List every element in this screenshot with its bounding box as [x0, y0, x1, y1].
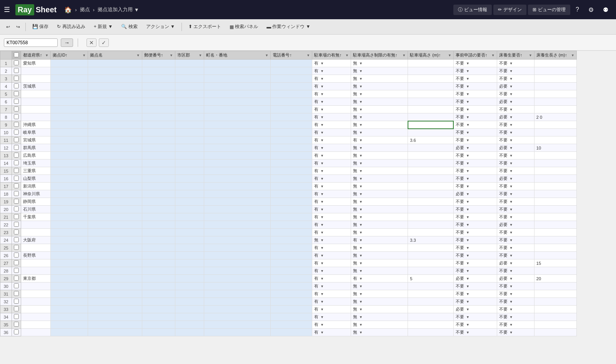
cell-prereq[interactable]: 不要 ▼: [453, 160, 497, 167]
cell-parking-height-limit[interactable]: 無 ▼: [351, 121, 408, 129]
row-checkbox[interactable]: [14, 114, 19, 119]
cell-prereq[interactable]: 不要 ▼: [453, 236, 497, 244]
cell-parking-height-limit[interactable]: 無 ▼: [351, 175, 408, 183]
cell-parking-height-val[interactable]: [408, 167, 454, 175]
cell-addr[interactable]: [204, 190, 271, 198]
cell-zip[interactable]: [142, 329, 175, 336]
cell-nursinglen[interactable]: [534, 98, 576, 106]
cell-prereq[interactable]: 不要 ▼: [453, 113, 497, 121]
row-checkbox-cell[interactable]: [12, 298, 21, 306]
cell-nursingreq[interactable]: 必要 ▼: [497, 144, 534, 152]
cell-nursinglen[interactable]: [534, 75, 576, 83]
cell-addr[interactable]: [204, 113, 271, 121]
cell-tel[interactable]: [271, 121, 312, 129]
row-checkbox-cell[interactable]: [12, 175, 21, 183]
cell-parking[interactable]: 有 ▼: [312, 175, 351, 183]
cell-prereq[interactable]: 不要 ▼: [453, 90, 497, 98]
cell-parking-height-limit[interactable]: 無 ▼: [351, 60, 408, 67]
cell-parking-height-val[interactable]: 5: [408, 275, 454, 283]
cell-parking[interactable]: 有 ▼: [312, 136, 351, 144]
cell-prereq[interactable]: 不要 ▼: [453, 229, 497, 236]
row-checkbox-cell[interactable]: [12, 67, 21, 75]
cell-city[interactable]: [175, 183, 204, 190]
cell-parking[interactable]: 有 ▼: [312, 229, 351, 236]
table-row[interactable]: 1愛知県有 ▼無 ▼不要 ▼不要 ▼: [0, 60, 577, 67]
cell-baseid[interactable]: [51, 113, 88, 121]
action-button[interactable]: アクション ▼: [143, 22, 178, 32]
cell-addr[interactable]: [204, 236, 271, 244]
cell-tel[interactable]: [271, 136, 312, 144]
cell-parking-height-limit[interactable]: 無 ▼: [351, 129, 408, 136]
cell-tel[interactable]: [271, 275, 312, 283]
cell-parking-height-limit[interactable]: 無 ▼: [351, 252, 408, 259]
cell-tel[interactable]: [271, 129, 312, 136]
cell-tel[interactable]: [271, 152, 312, 160]
cell-parking-height-val[interactable]: [408, 75, 454, 83]
export-button[interactable]: ⬆ エクスポート: [185, 22, 225, 32]
table-row[interactable]: 14埼玉県有 ▼無 ▼不要 ▼不要 ▼: [0, 160, 577, 167]
cell-nursingreq[interactable]: 必要 ▼: [497, 259, 534, 267]
cell-parking[interactable]: 有 ▼: [312, 121, 351, 129]
table-row[interactable]: 17新潟県有 ▼無 ▼不要 ▼不要 ▼: [0, 183, 577, 190]
cell-nursingreq[interactable]: 不要 ▼: [497, 75, 534, 83]
row-checkbox[interactable]: [14, 245, 19, 250]
hamburger-menu-icon[interactable]: ☰: [4, 5, 10, 14]
row-checkbox[interactable]: [14, 145, 19, 150]
cell-prereq[interactable]: 不要 ▼: [453, 67, 497, 75]
cell-pref[interactable]: [21, 229, 51, 236]
cell-pref[interactable]: [21, 98, 51, 106]
cell-parking-height-limit[interactable]: 有 ▼: [351, 236, 408, 244]
cell-nursinglen[interactable]: [534, 83, 576, 90]
cell-nursingreq[interactable]: 不要 ▼: [497, 152, 534, 160]
cell-basename[interactable]: [88, 244, 142, 252]
cell-zip[interactable]: [142, 90, 175, 98]
cell-parking[interactable]: 有 ▼: [312, 113, 351, 121]
view-info-button[interactable]: ⓘ ビュー情報: [453, 5, 492, 15]
cell-nursingreq[interactable]: 不要 ▼: [497, 67, 534, 75]
col-header-pref[interactable]: 都道府県↑▼: [21, 51, 51, 60]
cell-basename[interactable]: [88, 136, 142, 144]
cell-parking-height-val[interactable]: [408, 229, 454, 236]
cell-baseid[interactable]: [51, 244, 88, 252]
cell-zip[interactable]: [142, 106, 175, 113]
row-checkbox-cell[interactable]: [12, 60, 21, 67]
cell-prereq[interactable]: 不要 ▼: [453, 259, 497, 267]
table-row[interactable]: 5有 ▼無 ▼不要 ▼不要 ▼: [0, 90, 577, 98]
cell-baseid[interactable]: [51, 283, 88, 290]
cell-nursinglen[interactable]: [534, 190, 576, 198]
row-checkbox[interactable]: [14, 329, 19, 334]
row-checkbox[interactable]: [14, 91, 19, 96]
row-checkbox[interactable]: [14, 253, 19, 258]
cell-tel[interactable]: [271, 252, 312, 259]
row-checkbox-cell[interactable]: [12, 198, 21, 206]
table-row[interactable]: 16山梨県有 ▼無 ▼不要 ▼必要 ▼: [0, 175, 577, 183]
cell-basename[interactable]: [88, 113, 142, 121]
breadcrumb-base[interactable]: 拠点: [80, 6, 90, 13]
cell-parking-height-val[interactable]: [408, 290, 454, 298]
table-row[interactable]: 27有 ▼無 ▼不要 ▼必要 ▼15: [0, 259, 577, 267]
cell-nursinglen[interactable]: [534, 306, 576, 313]
cell-baseid[interactable]: [51, 190, 88, 198]
cell-parking[interactable]: 無 ▼: [312, 236, 351, 244]
cell-parking-height-limit[interactable]: 無 ▼: [351, 298, 408, 306]
cell-city[interactable]: [175, 136, 204, 144]
row-checkbox[interactable]: [14, 83, 19, 88]
cell-tel[interactable]: [271, 144, 312, 152]
cell-parking[interactable]: 有 ▼: [312, 252, 351, 259]
cell-nursinglen[interactable]: [534, 106, 576, 113]
cell-parking-height-limit[interactable]: 無 ▼: [351, 183, 408, 190]
cell-city[interactable]: [175, 229, 204, 236]
cell-nursinglen[interactable]: [534, 160, 576, 167]
cell-prereq[interactable]: 不要 ▼: [453, 167, 497, 175]
row-checkbox-cell[interactable]: [12, 229, 21, 236]
cell-tel[interactable]: [271, 213, 312, 221]
cell-basename[interactable]: [88, 275, 142, 283]
cell-prereq[interactable]: 不要 ▼: [453, 198, 497, 206]
cell-pref[interactable]: [21, 113, 51, 121]
cell-pref[interactable]: [21, 221, 51, 229]
cell-prereq[interactable]: 不要 ▼: [453, 244, 497, 252]
cell-addr[interactable]: [204, 252, 271, 259]
work-window-button[interactable]: ▬ 作業ウィンドウ ▼: [263, 22, 314, 32]
cell-city[interactable]: [175, 75, 204, 83]
row-checkbox-cell[interactable]: [12, 252, 21, 259]
